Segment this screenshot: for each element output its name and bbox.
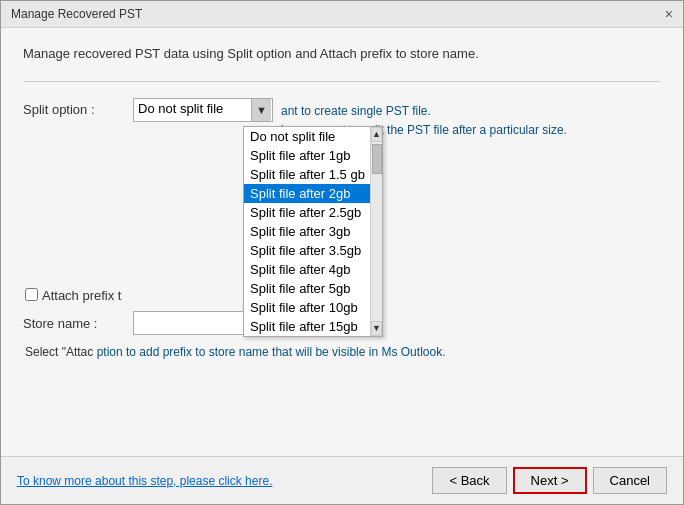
cancel-button[interactable]: Cancel — [593, 467, 667, 494]
attach-prefix-label: Attach prefix t — [42, 288, 121, 303]
dropdown-item-6[interactable]: Split file after 3.5gb — [244, 241, 370, 260]
close-button[interactable]: × — [665, 7, 673, 21]
dropdown-item-4[interactable]: Split file after 2.5gb — [244, 203, 370, 222]
dropdown-list: Do not split file Split file after 1gb S… — [244, 127, 370, 336]
split-option-label: Split option : — [23, 98, 133, 117]
split-option-row: Split option : Do not split file ▼ Do no… — [23, 98, 661, 140]
dropdown-item-0[interactable]: Do not split file — [244, 127, 370, 146]
next-button[interactable]: Next > — [513, 467, 587, 494]
footer-buttons: < Back Next > Cancel — [432, 467, 667, 494]
attach-help-text: Select "Attac ption to add prefix to sto… — [25, 343, 661, 361]
dropdown-item-9[interactable]: Split file after 10gb — [244, 298, 370, 317]
dropdown-item-8[interactable]: Split file after 5gb — [244, 279, 370, 298]
title-bar: Manage Recovered PST × — [1, 1, 683, 28]
dropdown-item-3[interactable]: Split file after 2gb — [244, 184, 370, 203]
footer: To know more about this step, please cli… — [1, 456, 683, 504]
dropdown-item-7[interactable]: Split file after 4gb — [244, 260, 370, 279]
split-dropdown: Do not split file Split file after 1gb S… — [243, 126, 383, 337]
form-area: Split option : Do not split file ▼ Do no… — [23, 98, 661, 438]
dropdown-item-2[interactable]: Split file after 1.5 gb — [244, 165, 370, 184]
back-button[interactable]: < Back — [432, 467, 506, 494]
attach-prefix-checkbox[interactable] — [25, 288, 38, 301]
dropdown-item-1[interactable]: Split file after 1gb — [244, 146, 370, 165]
help-link[interactable]: To know more about this step, please cli… — [17, 474, 272, 488]
dropdown-scrollbar: ▲ ▼ — [370, 127, 382, 336]
divider — [23, 81, 661, 82]
header-description: Manage recovered PST data using Split op… — [23, 46, 661, 61]
main-window: Manage Recovered PST × Manage recovered … — [0, 0, 684, 505]
content-area: Manage recovered PST data using Split op… — [1, 28, 683, 456]
scrollbar-thumb[interactable] — [372, 144, 382, 174]
scrollbar-up-button[interactable]: ▲ — [371, 127, 382, 142]
store-name-label: Store name : — [23, 316, 133, 331]
split-select-container: Do not split file ▼ Do not split file Sp… — [133, 98, 273, 122]
window-title: Manage Recovered PST — [11, 7, 142, 21]
dropdown-item-10[interactable]: Split file after 15gb — [244, 317, 370, 336]
scrollbar-down-button[interactable]: ▼ — [371, 321, 382, 336]
split-select[interactable]: Do not split file — [133, 98, 273, 122]
scrollbar-track — [371, 142, 382, 321]
dropdown-item-5[interactable]: Split file after 3gb — [244, 222, 370, 241]
